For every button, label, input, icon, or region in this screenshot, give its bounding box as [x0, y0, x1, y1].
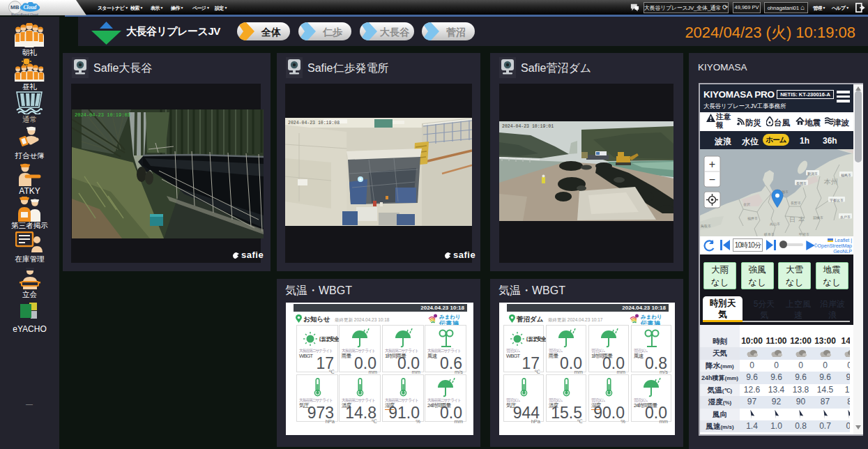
- svg-text:2024-04-23 10:19:08: 2024-04-23 10:19:08: [288, 121, 340, 125]
- svg-text:水戸市: 水戸市: [840, 215, 851, 219]
- svg-text:本州: 本州: [823, 178, 838, 185]
- svg-text:Cloud: Cloud: [24, 4, 37, 10]
- svg-text:−: −: [709, 174, 715, 185]
- svg-text:福島市: 福島市: [841, 173, 851, 178]
- svg-text:前橋市: 前橋市: [813, 215, 823, 220]
- svg-text:高山市: 高山市: [770, 222, 780, 226]
- svg-text:新潟市: 新潟市: [807, 172, 818, 176]
- svg-text:長野市: 長野市: [791, 201, 801, 205]
- svg-text:宇都宮市: 宇都宮市: [830, 198, 844, 203]
- svg-text:+: +: [709, 158, 715, 170]
- svg-text:2024-04-23 10:19:01: 2024-04-23 10:19:01: [502, 124, 554, 129]
- svg-text:鳥取市: 鳥取市: [700, 224, 711, 228]
- svg-text:金沢: 金沢: [743, 202, 750, 206]
- svg-text:日本: 日本: [789, 216, 807, 223]
- svg-text:2024-04-23 10:19:03: 2024-04-23 10:19:03: [75, 112, 130, 118]
- svg-text:福井市: 福井市: [747, 216, 758, 221]
- svg-text:長岡市: 長岡市: [796, 181, 807, 185]
